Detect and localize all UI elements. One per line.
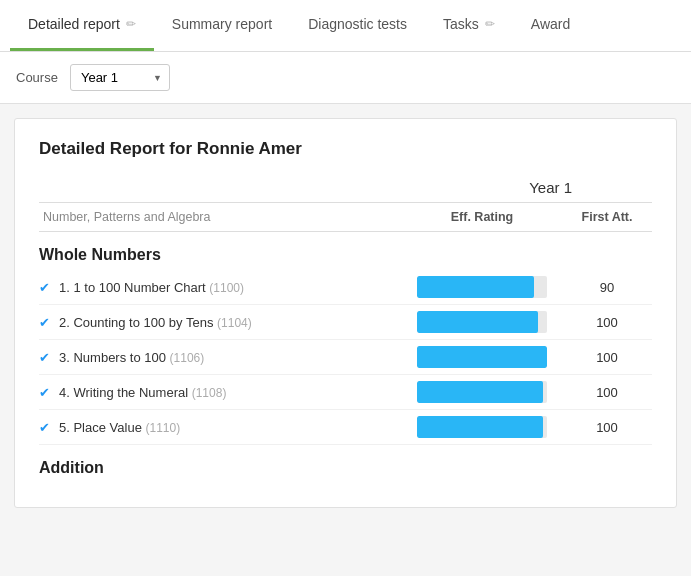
check-icon: ✔: [39, 280, 59, 295]
edit-icon-tasks: ✏: [485, 17, 495, 31]
item-att: 100: [562, 385, 652, 400]
table-row: ✔ 2. Counting to 100 by Tens (1104) 93% …: [39, 305, 652, 340]
col-att-header: First Att.: [562, 210, 652, 224]
tab-bar: Detailed report ✏ Summary report Diagnos…: [0, 0, 691, 52]
bar-fill: [417, 276, 534, 298]
table-row: ✔ 1. 1 to 100 Number Chart (1100) 90% 90: [39, 270, 652, 305]
bar-container: 97%: [417, 416, 547, 438]
table-row: ✔ 3. Numbers to 100 (1106) 100% 100: [39, 340, 652, 375]
table-row: ✔ 4. Writing the Numeral (1108) 97% 100: [39, 375, 652, 410]
bar-fill: [417, 346, 547, 368]
bar-container: 97%: [417, 381, 547, 403]
section-header: Number, Patterns and Algebra Eff. Rating…: [39, 202, 652, 232]
table-row: ✔ 5. Place Value (1110) 97% 100: [39, 410, 652, 445]
item-att: 90: [562, 280, 652, 295]
tab-summary-report[interactable]: Summary report: [154, 0, 290, 51]
toolbar: Course Year 1 Year 2 Year 3: [0, 52, 691, 104]
bar-fill: [417, 416, 543, 438]
bar-cell: 93%: [402, 311, 562, 333]
section-title-whole-numbers: Whole Numbers: [39, 232, 652, 270]
item-name: 4. Writing the Numeral (1108): [59, 385, 402, 400]
item-code: (1108): [192, 386, 227, 400]
item-name: 3. Numbers to 100 (1106): [59, 350, 402, 365]
tab-tasks[interactable]: Tasks ✏: [425, 0, 513, 51]
tab-detailed-report-label: Detailed report: [28, 16, 120, 32]
check-icon: ✔: [39, 315, 59, 330]
course-label: Course: [16, 70, 58, 85]
check-icon: ✔: [39, 385, 59, 400]
item-name: 5. Place Value (1110): [59, 420, 402, 435]
tab-summary-report-label: Summary report: [172, 16, 272, 32]
bar-container: 93%: [417, 311, 547, 333]
item-name: 1. 1 to 100 Number Chart (1100): [59, 280, 402, 295]
bar-fill: [417, 311, 538, 333]
item-code: (1104): [217, 316, 252, 330]
bar-cell: 97%: [402, 416, 562, 438]
report-container: Detailed Report for Ronnie Amer Year 1 N…: [14, 118, 677, 508]
year-label: Year 1: [39, 179, 652, 196]
item-name: 2. Counting to 100 by Tens (1104): [59, 315, 402, 330]
tab-detailed-report[interactable]: Detailed report ✏: [10, 0, 154, 51]
tab-diagnostic-tests-label: Diagnostic tests: [308, 16, 407, 32]
section-title-addition: Addition: [39, 445, 652, 483]
item-att: 100: [562, 420, 652, 435]
bar-container: 90%: [417, 276, 547, 298]
bar-container: 100%: [417, 346, 547, 368]
item-code: (1106): [170, 351, 205, 365]
col-eff-header: Eff. Rating: [402, 210, 562, 224]
col-name-header: Number, Patterns and Algebra: [39, 210, 402, 224]
report-title: Detailed Report for Ronnie Amer: [39, 139, 652, 159]
tab-tasks-label: Tasks: [443, 16, 479, 32]
tab-awards-label: Award: [531, 16, 570, 32]
tab-diagnostic-tests[interactable]: Diagnostic tests: [290, 0, 425, 51]
course-select-wrapper[interactable]: Year 1 Year 2 Year 3: [70, 64, 170, 91]
item-att: 100: [562, 350, 652, 365]
check-icon: ✔: [39, 350, 59, 365]
edit-icon: ✏: [126, 17, 136, 31]
bar-fill: [417, 381, 543, 403]
item-att: 100: [562, 315, 652, 330]
tab-awards[interactable]: Award: [513, 0, 588, 51]
bar-cell: 97%: [402, 381, 562, 403]
bar-cell: 100%: [402, 346, 562, 368]
item-code: (1110): [145, 421, 180, 435]
bar-cell: 90%: [402, 276, 562, 298]
item-code: (1100): [209, 281, 244, 295]
course-select[interactable]: Year 1 Year 2 Year 3: [70, 64, 170, 91]
check-icon: ✔: [39, 420, 59, 435]
